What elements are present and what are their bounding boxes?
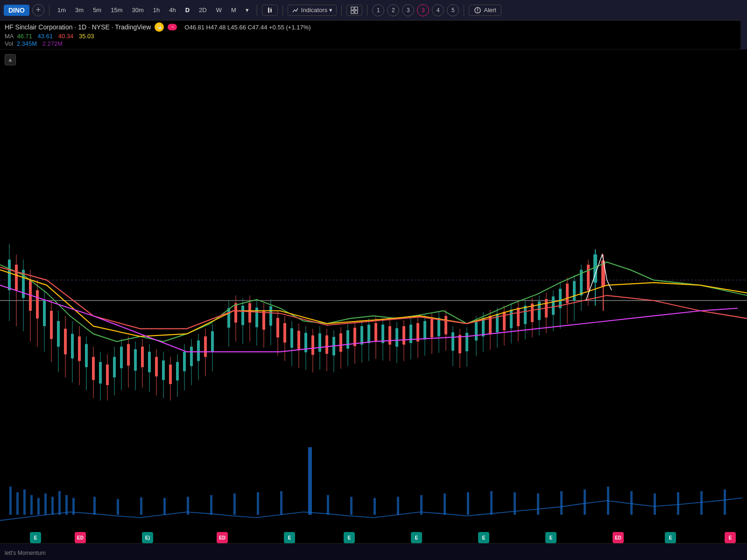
tf-15m[interactable]: 15m	[107, 5, 126, 15]
svg-rect-199	[210, 495, 212, 515]
tf-2D[interactable]: 2D	[196, 5, 210, 15]
symbol-button[interactable]: DINO	[4, 5, 29, 16]
badge-ED-9[interactable]: ED	[613, 532, 624, 543]
svg-rect-216	[630, 491, 633, 515]
svg-rect-69	[197, 341, 200, 361]
circle-2-btn[interactable]: 2	[387, 4, 399, 16]
chart-container[interactable]: ▲	[0, 49, 747, 560]
tf-3m[interactable]: 3m	[72, 5, 87, 15]
circle-3b-btn[interactable]: 3	[417, 4, 429, 16]
badge-E-6[interactable]: E	[411, 532, 422, 543]
svg-rect-139	[451, 332, 454, 351]
collapse-button[interactable]: ▲	[5, 54, 16, 65]
badge-E-5[interactable]: E	[344, 532, 355, 543]
tf-W[interactable]: W	[213, 5, 225, 15]
svg-rect-73	[211, 331, 214, 352]
svg-rect-218	[677, 492, 679, 515]
svg-rect-212	[537, 494, 539, 515]
indicators-button[interactable]: Indicators ▾	[288, 5, 337, 16]
chart-type-button[interactable]	[262, 5, 278, 16]
svg-rect-29	[57, 321, 60, 347]
badge-E-10[interactable]: E	[665, 532, 676, 543]
tf-1m[interactable]: 1m	[54, 5, 69, 15]
svg-rect-186	[30, 495, 33, 515]
tf-30m[interactable]: 30m	[128, 5, 147, 15]
svg-rect-93	[290, 328, 293, 348]
svg-rect-159	[524, 306, 527, 324]
badge-E-7[interactable]: E	[478, 532, 489, 543]
badge-ED-11[interactable]: E	[725, 532, 736, 543]
svg-rect-205	[374, 498, 376, 515]
svg-rect-210	[490, 491, 493, 515]
svg-rect-87	[269, 306, 272, 326]
svg-rect-47	[120, 347, 123, 368]
badge-sun: 🌤	[155, 22, 164, 32]
add-symbol-button[interactable]: +	[32, 4, 44, 16]
ma-val-2: 40.34	[58, 33, 74, 40]
svg-rect-187	[37, 498, 40, 515]
svg-rect-155	[510, 310, 513, 329]
alert-button[interactable]: Alert	[469, 5, 501, 16]
svg-rect-5	[355, 7, 358, 10]
svg-rect-217	[654, 494, 656, 515]
circle-5-btn[interactable]: 5	[447, 4, 459, 16]
circle-3a-btn[interactable]: 3	[402, 4, 414, 16]
svg-rect-45	[113, 357, 116, 378]
svg-rect-115	[367, 325, 370, 343]
svg-rect-145	[475, 322, 478, 341]
timeframe-dropdown[interactable]: ▾	[242, 5, 252, 15]
svg-rect-184	[16, 492, 19, 515]
badge-wave: ~	[168, 24, 177, 30]
ma-label: MA	[5, 33, 14, 40]
divider-2	[257, 5, 257, 16]
svg-point-10	[477, 11, 478, 12]
svg-rect-39	[92, 357, 95, 380]
svg-rect-202	[280, 491, 282, 515]
svg-rect-101	[318, 333, 321, 352]
chart-title: HF Sinclair Corporation · 1D · NYSE · Tr…	[5, 23, 151, 31]
svg-rect-133	[430, 319, 433, 338]
svg-rect-123	[395, 328, 398, 347]
svg-rect-103	[325, 336, 328, 354]
tf-4h[interactable]: 4h	[166, 5, 179, 15]
badge-E-2[interactable]: E)	[142, 532, 153, 543]
svg-rect-31	[64, 329, 67, 354]
candlestick-icon	[266, 7, 274, 14]
layout-button[interactable]	[346, 5, 362, 16]
svg-rect-15	[8, 259, 11, 290]
tf-M[interactable]: M	[228, 5, 240, 15]
svg-rect-61	[169, 364, 172, 384]
svg-rect-121	[388, 326, 391, 345]
svg-rect-109	[346, 330, 349, 349]
svg-rect-4	[351, 7, 354, 10]
svg-rect-190	[58, 491, 61, 515]
svg-rect-208	[444, 494, 446, 515]
svg-rect-125	[402, 326, 405, 345]
svg-rect-43	[106, 364, 109, 385]
svg-rect-17	[15, 265, 18, 290]
badge-E-0[interactable]: E	[30, 532, 41, 543]
event-badges-row: E ED E) ED E E E E E ED E E	[0, 531, 747, 543]
circle-1-btn[interactable]: 1	[372, 4, 384, 16]
ma-val-3: 35.03	[79, 33, 94, 40]
svg-rect-6	[351, 11, 354, 14]
circle-4-btn[interactable]: 4	[432, 4, 444, 16]
svg-rect-193	[308, 448, 312, 515]
svg-rect-57	[155, 357, 158, 377]
badge-E-8[interactable]: E	[545, 532, 557, 543]
vol-label: Vol	[5, 40, 13, 47]
badge-ED-3[interactable]: ED	[217, 532, 228, 543]
svg-rect-219	[700, 491, 703, 515]
divider-1	[49, 5, 49, 16]
svg-rect-49	[127, 344, 130, 365]
svg-rect-127	[409, 325, 412, 343]
tf-1h[interactable]: 1h	[150, 5, 163, 15]
badge-ED-1[interactable]: ED	[75, 532, 86, 543]
svg-rect-182	[0, 430, 747, 543]
badge-E-4[interactable]: E	[284, 532, 295, 543]
toolbar: DINO + 1m 3m 5m 15m 30m 1h 4h D 2D W M ▾…	[0, 0, 747, 21]
tf-5m[interactable]: 5m	[90, 5, 105, 15]
tf-D[interactable]: D	[182, 5, 193, 15]
svg-rect-89	[276, 318, 279, 337]
svg-rect-71	[204, 336, 207, 357]
